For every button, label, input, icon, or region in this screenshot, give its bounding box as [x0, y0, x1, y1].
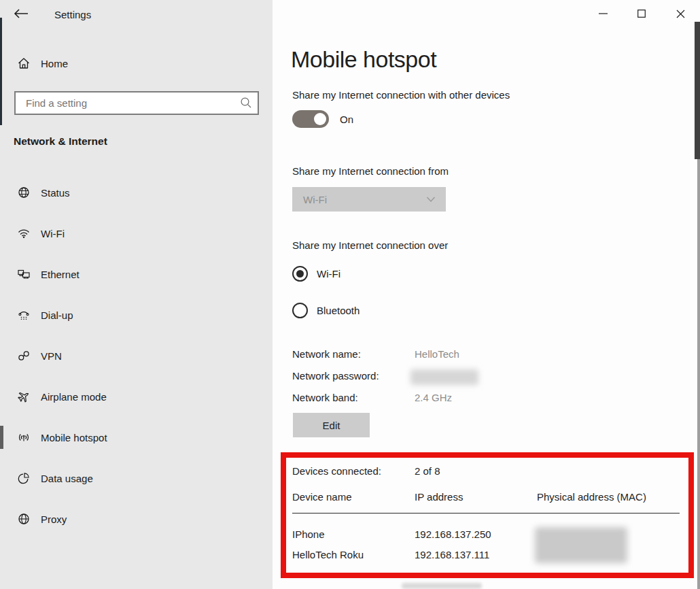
device-row-ip: 192.168.137.111: [415, 549, 489, 560]
network-name-value: HelloTech: [415, 348, 459, 360]
column-header-ip: IP address: [415, 491, 463, 503]
radio-wifi[interactable]: Wi-Fi: [292, 266, 340, 282]
sidebar-item-label: Dial-up: [41, 309, 73, 321]
sidebar-item-status[interactable]: Status: [0, 179, 273, 206]
sidebar-item-label: VPN: [41, 350, 62, 362]
selected-item-indicator: [0, 426, 3, 449]
maximize-button[interactable]: [631, 5, 652, 22]
share-from-dropdown[interactable]: Wi-Fi: [292, 187, 446, 212]
radio-label: Wi-Fi: [317, 268, 340, 280]
radio-unselected-icon: [292, 303, 308, 318]
network-password-redacted-value: [410, 369, 478, 385]
back-button[interactable]: [10, 4, 33, 23]
toggle-state-label: On: [340, 114, 353, 125]
share-with-label: Share my Internet connection with other …: [292, 89, 510, 101]
proxy-globe-icon: [17, 512, 31, 526]
device-mac-redacted-values: [535, 527, 627, 563]
search-box: [14, 91, 259, 115]
device-row-name: IPhone: [292, 528, 325, 540]
column-header-device-name: Device name: [292, 491, 352, 503]
close-button[interactable]: [669, 5, 691, 22]
search-icon[interactable]: [240, 97, 252, 109]
network-band-label: Network band:: [292, 392, 358, 403]
bottom-edge-artifact: [402, 583, 482, 589]
scrollbar-track[interactable]: [697, 159, 700, 589]
search-input[interactable]: [14, 91, 259, 115]
device-row-name: HelloTech Roku: [292, 549, 364, 560]
network-name-label: Network name:: [292, 348, 361, 360]
home-icon: [17, 56, 31, 70]
chevron-down-icon: [425, 195, 436, 203]
main-content: Mobile hotspot Share my Internet connect…: [273, 0, 700, 589]
minimize-icon: [599, 13, 608, 14]
column-header-mac: Physical address (MAC): [537, 491, 646, 503]
sidebar-item-label: Home: [41, 58, 68, 69]
sidebar-item-label: Mobile hotspot: [41, 432, 107, 443]
dialup-phone-icon: [17, 308, 31, 322]
hotspot-toggle[interactable]: [292, 110, 329, 128]
sidebar-item-wifi[interactable]: Wi-Fi: [0, 220, 273, 247]
device-row-ip: 192.168.137.250: [415, 528, 491, 540]
dropdown-selected-value: Wi-Fi: [303, 194, 425, 205]
share-over-label: Share my Internet connection over: [292, 239, 448, 251]
airplane-icon: [17, 390, 31, 403]
vpn-icon: [17, 349, 31, 363]
minimize-button[interactable]: [592, 5, 614, 22]
sidebar-item-ethernet[interactable]: Ethernet: [0, 260, 273, 288]
sidebar-item-home[interactable]: Home: [0, 50, 273, 77]
radio-selected-icon: [292, 266, 308, 282]
radio-bluetooth[interactable]: Bluetooth: [292, 303, 360, 318]
hotspot-icon: [17, 431, 31, 444]
maximize-icon: [637, 10, 646, 18]
network-password-label: Network password:: [292, 370, 379, 382]
toggle-knob: [314, 113, 326, 125]
sidebar-item-label: Status: [41, 187, 70, 199]
sidebar-item-label: Ethernet: [41, 269, 80, 280]
wifi-icon: [17, 226, 31, 240]
sidebar-item-label: Wi-Fi: [41, 228, 65, 239]
sidebar-item-label: Data usage: [41, 473, 93, 484]
devices-connected-label: Devices connected:: [292, 465, 381, 477]
app-title: Settings: [54, 9, 91, 20]
close-icon: [676, 10, 685, 18]
table-header-divider: [292, 513, 680, 514]
sidebar-item-label: Proxy: [41, 514, 67, 525]
sidebar: Settings Home Network & Internet Status: [0, 0, 273, 589]
ethernet-icon: [17, 267, 31, 281]
sidebar-item-data-usage[interactable]: Data usage: [0, 465, 273, 492]
back-arrow-icon: [14, 9, 29, 18]
settings-window: Settings Home Network & Internet Status: [0, 0, 700, 589]
sidebar-item-proxy[interactable]: Proxy: [0, 505, 273, 533]
sidebar-item-dialup[interactable]: Dial-up: [0, 301, 273, 329]
page-title: Mobile hotspot: [291, 46, 436, 73]
data-usage-icon: [17, 471, 31, 485]
sidebar-item-mobile-hotspot[interactable]: Mobile hotspot: [0, 424, 273, 451]
share-from-label: Share my Internet connection from: [292, 165, 449, 177]
sidebar-section-title: Network & Internet: [14, 135, 107, 148]
edit-button[interactable]: Edit: [293, 413, 370, 437]
sidebar-item-label: Airplane mode: [41, 391, 107, 403]
scrollbar-thumb[interactable]: [695, 22, 700, 159]
network-band-value: 2.4 GHz: [415, 392, 452, 403]
titlebar-left: Settings: [0, 0, 273, 27]
sidebar-item-vpn[interactable]: VPN: [0, 342, 273, 369]
radio-label: Bluetooth: [317, 305, 360, 316]
globe-network-icon: [17, 186, 31, 199]
devices-connected-value: 2 of 8: [415, 465, 440, 477]
sidebar-item-airplane-mode[interactable]: Airplane mode: [0, 383, 273, 410]
